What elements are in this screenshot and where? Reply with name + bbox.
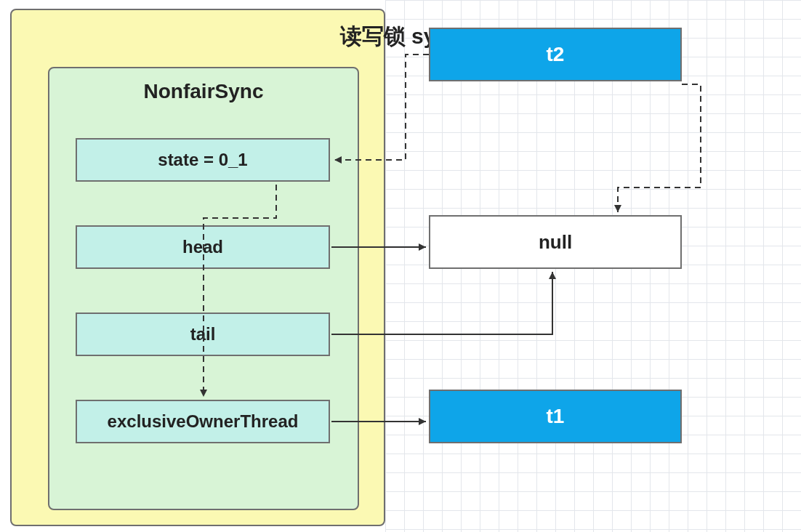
inner-container-nonfairsync bbox=[48, 67, 359, 510]
node-t2: t2 bbox=[429, 28, 682, 81]
field-exclusive-owner-thread: exclusiveOwnerThread bbox=[76, 400, 330, 443]
field-tail: tail bbox=[76, 313, 330, 356]
inner-title: NonfairSync bbox=[48, 80, 359, 103]
field-head: head bbox=[76, 225, 330, 269]
node-t1: t1 bbox=[429, 390, 682, 443]
field-state: state = 0_1 bbox=[76, 138, 330, 182]
node-null: null bbox=[429, 215, 682, 269]
